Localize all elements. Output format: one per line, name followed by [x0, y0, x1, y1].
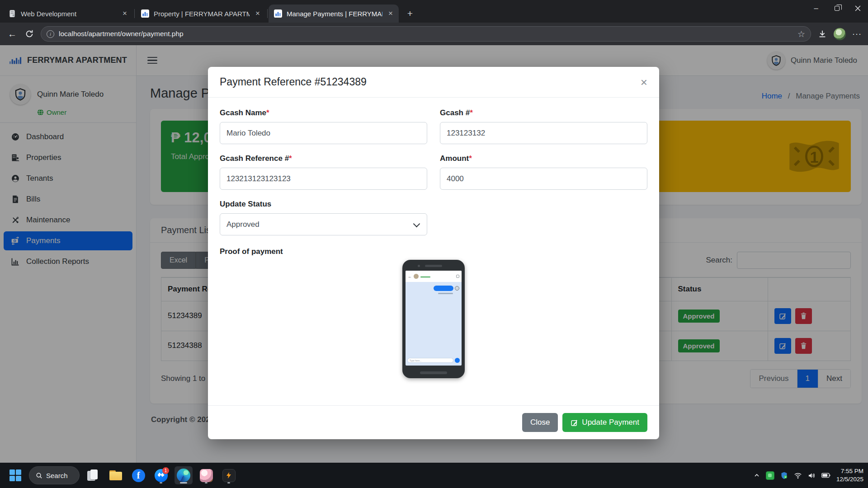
- folder-icon: [109, 470, 122, 480]
- payment-modal: Payment Reference #51234389 × Gcash Name…: [208, 67, 659, 439]
- active-app-indicator: [180, 482, 187, 483]
- clock-time: 7:55 PM: [836, 467, 863, 475]
- update-payment-label: Update Payment: [582, 418, 639, 427]
- edge-browser-icon[interactable]: [175, 466, 193, 484]
- gcash-name-label: Gcash Name: [220, 108, 266, 117]
- window-minimize-button[interactable]: ─: [806, 0, 826, 16]
- chat-call-icon: [456, 275, 459, 278]
- security-shield-icon[interactable]: [780, 472, 788, 479]
- chat-timestamp: [438, 293, 453, 294]
- chart-favicon-icon: [274, 9, 282, 18]
- chat-body: [406, 282, 462, 357]
- tab-manage-payments[interactable]: Manage Payments | FERRYMAR AP ×: [269, 5, 399, 23]
- required-asterisk: *: [470, 108, 473, 117]
- file-explorer-icon[interactable]: [107, 466, 125, 484]
- restore-icon: [835, 6, 840, 11]
- address-bar[interactable]: i localhost/apartment/owner/payment.php …: [41, 26, 811, 42]
- bolt-tile-icon: [222, 469, 236, 482]
- chat-input-placeholder: Type here...: [407, 358, 453, 363]
- gcash-reference-label: Gcash Reference #: [220, 154, 289, 163]
- chat-send-icon: [455, 358, 460, 363]
- required-asterisk: *: [266, 108, 269, 117]
- window-stack-icon: [87, 469, 99, 481]
- modal-close-button[interactable]: Close: [522, 413, 558, 432]
- facebook-icon[interactable]: f: [129, 466, 147, 484]
- required-asterisk: *: [469, 154, 472, 163]
- chat-message-bubble: [434, 286, 453, 291]
- tray-chevron-up-icon[interactable]: [754, 472, 760, 479]
- update-status-select[interactable]: Approved: [220, 213, 427, 235]
- windows-logo-icon: [9, 469, 22, 482]
- browser-toolbar: ← i localhost/apartment/owner/payment.ph…: [0, 23, 868, 45]
- tab-close-icon[interactable]: ×: [254, 9, 261, 18]
- tab-separator: [134, 9, 135, 18]
- phone-screen: ←: [406, 271, 462, 366]
- update-status-label: Update Status: [220, 200, 271, 208]
- notification-badge: 1: [162, 467, 169, 474]
- chat-contact: [420, 275, 454, 277]
- downloads-icon[interactable]: [817, 29, 827, 39]
- messenger-icon[interactable]: 1: [152, 466, 170, 484]
- close-icon: [855, 5, 861, 11]
- phone-speaker: [425, 265, 442, 267]
- required-asterisk: *: [289, 154, 292, 163]
- start-button[interactable]: [6, 466, 24, 484]
- avatar-image-icon: [200, 469, 213, 482]
- update-payment-button[interactable]: Update Payment: [562, 413, 647, 432]
- battery-icon[interactable]: [821, 473, 830, 478]
- running-indicator: [205, 482, 208, 483]
- tab-title: Web Development: [21, 10, 117, 18]
- page-info-icon[interactable]: i: [47, 30, 54, 38]
- modal-title: Payment Reference #51234389: [220, 76, 367, 88]
- gcash-number-field[interactable]: [440, 122, 647, 144]
- chat-back-icon: ←: [408, 274, 412, 279]
- wifi-icon[interactable]: [794, 472, 802, 479]
- chat-message-avatar: [455, 286, 459, 291]
- back-icon[interactable]: ←: [6, 29, 18, 39]
- taskbar-search-label: Search: [46, 472, 68, 479]
- volume-icon[interactable]: [808, 472, 816, 479]
- gcash-number-label: Gcash #: [440, 108, 470, 117]
- modal-close-icon[interactable]: ×: [641, 76, 647, 88]
- taskbar-clock[interactable]: 7:55 PM 12/5/2025: [836, 467, 863, 483]
- tab-close-icon[interactable]: ×: [121, 9, 128, 18]
- facebook-f-icon: f: [132, 469, 145, 482]
- task-view-icon[interactable]: [84, 466, 102, 484]
- gcash-name-field[interactable]: [220, 122, 427, 144]
- browser-menu-icon[interactable]: ···: [852, 29, 862, 39]
- chat-header: ←: [406, 271, 462, 282]
- avatar-app-icon[interactable]: [197, 466, 215, 484]
- green-app-tray-icon[interactable]: [766, 471, 774, 480]
- chart-favicon-icon: [141, 9, 149, 18]
- url-text[interactable]: localhost/apartment/owner/payment.php: [59, 30, 793, 38]
- window-controls: ─: [806, 0, 868, 16]
- amount-field[interactable]: [440, 168, 647, 190]
- tab-title: Property | FERRYMAR APARTMENT: [154, 10, 250, 18]
- refresh-icon[interactable]: [24, 29, 34, 39]
- page-viewport: FERRYMAR APARTMENT Quinn Marie Toledo Ow…: [0, 45, 868, 463]
- taskbar-search[interactable]: Search: [29, 466, 80, 484]
- running-indicator: [160, 482, 162, 483]
- amount-label: Amount: [440, 154, 469, 163]
- edge-logo-icon: [177, 469, 190, 482]
- gcash-reference-field[interactable]: [220, 168, 427, 190]
- browser-profile-avatar[interactable]: [834, 28, 846, 40]
- bolt-icon: [225, 472, 232, 479]
- bookmark-star-icon[interactable]: ☆: [797, 29, 805, 39]
- proof-of-payment-image[interactable]: ←: [402, 260, 465, 378]
- screen: Web Development × Property | FERRYMAR AP…: [0, 0, 868, 488]
- proof-of-payment-label: Proof of payment: [220, 247, 647, 256]
- lightning-app-icon[interactable]: [220, 466, 238, 484]
- window-restore-button[interactable]: [826, 0, 847, 16]
- chat-input-row: Type here...: [406, 357, 462, 366]
- tab-property[interactable]: Property | FERRYMAR APARTMENT ×: [136, 5, 266, 23]
- tab-web-development[interactable]: Web Development ×: [3, 5, 133, 23]
- tab-close-icon[interactable]: ×: [387, 9, 394, 18]
- document-favicon-icon: [8, 9, 16, 18]
- tab-separator: [267, 9, 268, 18]
- window-close-button[interactable]: [847, 0, 868, 16]
- new-tab-button[interactable]: +: [403, 7, 417, 20]
- chat-avatar: [414, 274, 419, 279]
- phone-home-bar: [420, 371, 447, 374]
- browser-tab-strip: Web Development × Property | FERRYMAR AP…: [0, 0, 868, 23]
